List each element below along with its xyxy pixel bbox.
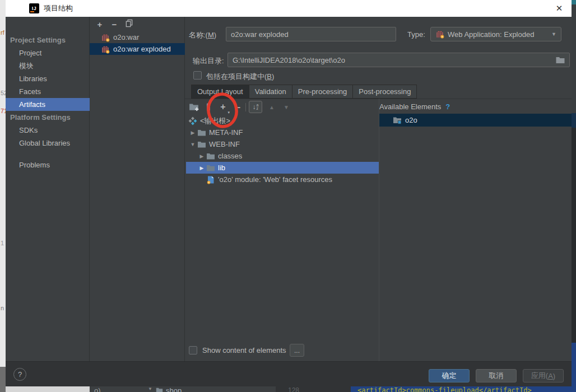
sidebar-item-libraries[interactable]: Libraries <box>6 72 90 85</box>
bg-bottom-light <box>6 386 90 392</box>
bg-left-strip: rf 52 71 1 n <box>0 0 6 392</box>
folder-module-icon <box>393 116 402 124</box>
project-structure-dialog: IJ 项目结构 ✕ Project Settings Project 模块 Li… <box>6 0 572 386</box>
sort-button[interactable]: ↓ az <box>249 101 262 113</box>
sidebar-item-sdks[interactable]: SDKs <box>6 124 90 137</box>
tree-row-meta-inf[interactable]: ▶ META-INF <box>186 127 379 138</box>
tab-validation[interactable]: Validation <box>249 85 292 99</box>
sidebar-item-global-libraries[interactable]: Global Libraries <box>6 137 90 150</box>
new-folder-button[interactable] <box>188 101 200 113</box>
sidebar-item-facets[interactable]: Facets <box>6 85 90 98</box>
show-content-row: Show content of elements <box>189 344 286 357</box>
move-down-button[interactable]: ▼ <box>281 101 291 113</box>
sort-az-letters: az <box>257 104 259 110</box>
tree-label: classes <box>218 152 242 160</box>
bg-line-number: 128 <box>288 386 299 392</box>
type-select[interactable]: Web Application: Exploded ▼ <box>430 27 561 41</box>
add-artifact-button[interactable]: + <box>95 20 104 29</box>
help-icon[interactable]: ? <box>445 102 450 111</box>
tab-pre-processing[interactable]: Pre-processing <box>292 85 353 99</box>
plus-icon: + <box>97 20 103 29</box>
artifact-toolbar: + − <box>90 17 185 31</box>
minus-icon: − <box>236 102 241 112</box>
archive-icon <box>204 102 213 111</box>
remove-element-button[interactable]: − <box>233 101 243 113</box>
tab-output-layout[interactable]: Output Layout <box>191 85 249 99</box>
tab-bar: Output Layout Validation Pre-processing … <box>191 85 417 99</box>
bg-fragment: n <box>1 305 6 311</box>
arrow-down-icon: ▼ <box>284 104 289 110</box>
bg-bottom-code: <artifactId>commons-fileupload</artifact… <box>351 386 576 392</box>
name-input[interactable] <box>226 27 396 41</box>
chevron-down-icon: ▼ <box>148 386 152 392</box>
folder-icon <box>197 141 206 148</box>
help-button[interactable]: ? <box>13 368 26 381</box>
folder-icon <box>156 387 163 392</box>
browse-folder-icon[interactable] <box>555 55 565 64</box>
remove-artifact-button[interactable]: − <box>110 20 119 29</box>
sidebar-item-problems[interactable]: Problems <box>6 158 90 171</box>
sidebar-item-artifacts[interactable]: Artifacts <box>6 98 90 111</box>
chevron-right-icon[interactable]: ▶ <box>197 165 206 171</box>
dropdown-arrow-icon: ▼ <box>551 31 556 37</box>
type-select-value: Web Application: Exploded <box>448 30 534 39</box>
window-title: 项目结构 <box>44 0 73 17</box>
bg-code-text: <artifactId>commons-fileupload</artifact… <box>357 386 532 392</box>
tree-label: <输出根> <box>200 116 230 126</box>
window-titlebar: IJ 项目结构 ✕ <box>6 0 572 17</box>
tree-row-lib[interactable]: ▶ lib <box>186 162 379 174</box>
tab-post-processing[interactable]: Post-processing <box>353 85 417 99</box>
close-button[interactable]: ✕ <box>552 2 566 15</box>
artifact-item-label: o2o:war exploded <box>113 45 171 53</box>
more-options-button[interactable]: ... <box>290 344 304 357</box>
close-icon: ✕ <box>556 3 563 13</box>
settings-sidebar: Project Settings Project 模块 Libraries Fa… <box>6 17 90 361</box>
arrow-up-icon: ▲ <box>269 104 275 110</box>
tree-label: META-INF <box>209 128 243 137</box>
chevron-down-icon[interactable]: ▼ <box>188 142 197 147</box>
facet-resources-icon <box>206 175 215 184</box>
show-content-label: Show content of elements <box>202 346 286 354</box>
folder-icon <box>206 164 215 172</box>
tree-label: WEB-INF <box>209 140 240 148</box>
apply-button[interactable]: 应用(A) <box>523 369 564 382</box>
type-label: Type: <box>407 30 425 39</box>
create-archive-button[interactable] <box>203 101 214 113</box>
chevron-right-icon[interactable]: ▶ <box>197 153 206 159</box>
available-item-o2o[interactable]: o2o <box>379 114 572 127</box>
screen: rf 52 71 1 n o) ▼ shop 128 <artifactId>c… <box>0 0 576 392</box>
bg-teal-corner <box>572 0 576 4</box>
artifact-list-panel: + − o2o:war <box>90 17 185 361</box>
tree-row-output-root[interactable]: <输出根> <box>186 115 379 127</box>
minus-icon: − <box>112 20 117 29</box>
panel-splitter[interactable] <box>379 99 379 361</box>
folder-icon <box>197 129 206 137</box>
question-icon: ? <box>18 370 22 379</box>
ok-button[interactable]: 确定 <box>429 369 470 382</box>
tree-row-classes[interactable]: ▶ classes <box>186 150 379 162</box>
move-up-button[interactable]: ▲ <box>267 101 277 113</box>
artifact-item-o2o-war[interactable]: o2o:war <box>90 31 185 43</box>
available-elements-header: Available Elements ? <box>379 101 450 112</box>
cancel-button[interactable]: 取消 <box>476 369 517 382</box>
chevron-right-icon[interactable]: ▶ <box>188 130 197 136</box>
sidebar-item-modules[interactable]: 模块 <box>6 59 90 72</box>
tree-row-web-inf[interactable]: ▼ WEB-INF <box>186 138 379 150</box>
bg-left-bottom <box>0 367 6 392</box>
include-in-build-checkbox[interactable] <box>193 71 202 80</box>
available-item-label: o2o <box>405 116 417 124</box>
sidebar-item-project[interactable]: Project <box>6 46 90 59</box>
bg-fragment: 1 <box>1 240 6 246</box>
dialog-footer: ? 确定 取消 应用(A) <box>6 361 572 386</box>
show-content-checkbox[interactable] <box>189 346 197 354</box>
add-element-button[interactable]: + ▾ <box>217 101 229 113</box>
artifact-item-o2o-war-exploded[interactable]: o2o:war exploded <box>90 43 185 55</box>
tree-row-facet-resources[interactable]: 'o2o' module: 'Web' facet resources <box>186 174 379 185</box>
copy-icon <box>125 19 133 27</box>
bg-bottom-gutter: 128 <box>276 386 351 392</box>
bg-right-selection <box>572 113 576 128</box>
bg-bottom-strip: o) ▼ shop 128 <artifactId>commons-fileup… <box>6 386 576 392</box>
copy-artifact-button[interactable] <box>124 19 133 29</box>
available-elements-title: Available Elements <box>379 102 441 111</box>
output-dir-input[interactable] <box>227 53 570 67</box>
